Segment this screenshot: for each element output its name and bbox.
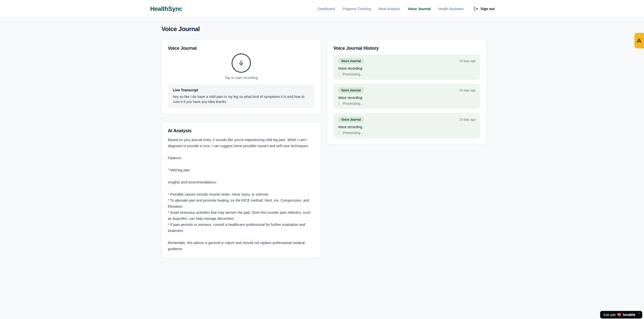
history-list-item[interactable]: Voice Journal 15 days ago Voice recordin… — [333, 55, 480, 80]
lovable-label: lovable — [623, 313, 635, 317]
nav-item-meal-analysis[interactable]: Meal Analysis — [379, 7, 400, 11]
nav-item-health-assistant[interactable]: Health Assistant — [438, 7, 464, 11]
entry-title: Voice recording — [338, 96, 476, 100]
history-list-item[interactable]: Voice Journal 15 days ago Voice recordin… — [333, 113, 480, 138]
edit-with-lovable-badge[interactable]: Edit with lovable × — [600, 311, 642, 318]
right-column: Voice Journal History Voice Journal 15 d… — [327, 39, 487, 145]
record-button[interactable] — [232, 54, 251, 73]
main-content: Voice Journal Voice Journal — [162, 18, 487, 258]
logout-icon — [474, 7, 478, 11]
top-navbar: HealthSync Dashboard Progress Tracking M… — [0, 0, 644, 18]
tap-to-record-hint: Tap to start recording — [168, 76, 315, 80]
ai-analysis-title: AI Analysis — [168, 128, 315, 134]
entry-timestamp: 15 days ago — [459, 118, 476, 121]
entry-timestamp: 15 days ago — [459, 89, 476, 92]
close-icon[interactable]: × — [638, 312, 640, 315]
lovable-heart-icon — [617, 313, 621, 317]
browser-extension-badge[interactable] — [634, 33, 644, 48]
voice-journal-recorder-card: Voice Journal Tap to start recordin — [162, 39, 321, 114]
live-transcript-title: Live Transcript — [173, 88, 310, 92]
entry-title: Voice recording — [338, 125, 476, 129]
voice-journal-history-card: Voice Journal History Voice Journal 15 d… — [327, 39, 487, 145]
extension-logo-icon — [636, 38, 642, 44]
ai-analysis-card: AI Analysis Based on your journal entry,… — [162, 122, 321, 258]
page-title: Voice Journal — [162, 25, 487, 33]
edit-with-label: Edit with — [603, 313, 616, 317]
history-card-title: Voice Journal History — [333, 46, 480, 51]
entry-timestamp: 15 days ago — [459, 59, 476, 63]
entry-status: Processing... — [338, 72, 476, 76]
history-list-item[interactable]: Voice Journal 15 days ago Voice recordin… — [333, 84, 480, 109]
main-nav: Dashboard Progress Tracking Meal Analysi… — [318, 7, 495, 11]
recorder-card-title: Voice Journal — [168, 46, 315, 51]
ai-analysis-body: Based on your journal entry, it sounds l… — [168, 137, 315, 252]
entry-type-badge: Voice Journal — [338, 117, 364, 123]
microphone-icon — [238, 60, 244, 66]
nav-item-progress-tracking[interactable]: Progress Tracking — [342, 7, 371, 11]
nav-item-voice-journal[interactable]: Voice Journal — [408, 7, 431, 11]
left-column: Voice Journal Tap to start recordin — [162, 39, 321, 258]
entry-status: Processing... — [338, 101, 476, 105]
entry-type-badge: Voice Journal — [338, 87, 364, 93]
entry-type-badge: Voice Journal — [338, 58, 364, 64]
sign-out-button[interactable]: Sign out — [474, 7, 495, 11]
sign-out-label: Sign out — [480, 7, 495, 11]
live-transcript-text: hey so like I do have a mild pain in my … — [173, 94, 310, 104]
live-transcript-box: Live Transcript hey so like I do have a … — [168, 84, 315, 108]
entry-title: Voice recording — [338, 66, 476, 70]
entry-status: Processing... — [338, 131, 476, 135]
brand-logo[interactable]: HealthSync — [150, 5, 182, 12]
nav-item-dashboard[interactable]: Dashboard — [318, 7, 335, 11]
